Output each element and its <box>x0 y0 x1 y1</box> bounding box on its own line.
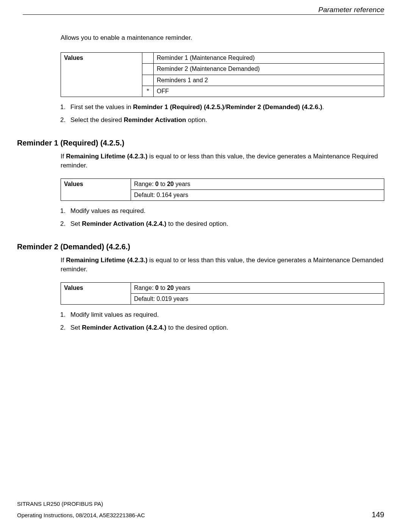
values-table-reminder1: Values Range: 0 to 20 years Default: 0.1… <box>61 178 384 201</box>
list-item: Select the desired Reminder Activation o… <box>67 116 384 125</box>
table-label: Values <box>61 52 142 97</box>
table-value: Range: 0 to 20 years <box>131 178 384 189</box>
table-value: Default: 0.164 years <box>131 189 384 200</box>
instruction-list-2: Modify values as required. Set Reminder … <box>67 207 384 228</box>
header-rule <box>23 14 384 15</box>
section-heading-reminder1: Reminder 1 (Required) (4.2.5.) <box>17 138 384 148</box>
section-heading-reminder2: Reminder 2 (Demanded) (4.2.6.) <box>17 241 384 252</box>
values-table-activation: Values Reminder 1 (Maintenance Required)… <box>61 52 384 97</box>
instruction-list-1: First set the values in Reminder 1 (Requ… <box>67 103 384 125</box>
instruction-list-3: Modify limit values as required. Set Rem… <box>67 310 384 332</box>
footer-product: SITRANS LR250 (PROFIBUS PA) <box>17 500 384 508</box>
page-number: 149 <box>372 509 384 520</box>
table-star <box>142 52 154 63</box>
page-footer: SITRANS LR250 (PROFIBUS PA) Operating In… <box>17 500 384 520</box>
intro-text: Allows you to enable a maintenance remin… <box>61 33 384 42</box>
table-value: OFF <box>154 86 384 97</box>
table-star: * <box>142 86 154 97</box>
list-item: Modify values as required. <box>67 207 384 216</box>
table-star <box>142 75 154 86</box>
list-item: First set the values in Reminder 1 (Requ… <box>67 103 384 112</box>
footer-docinfo: Operating Instructions, 08/2014, A5E3222… <box>17 511 145 519</box>
table-value: Range: 0 to 20 years <box>131 282 384 293</box>
table-label: Values <box>61 178 131 201</box>
list-item: Set Reminder Activation (4.2.4.) to the … <box>67 323 384 332</box>
page-content: Allows you to enable a maintenance remin… <box>17 33 384 341</box>
section-description: If Remaining Lifetime (4.2.3.) is equal … <box>61 152 384 170</box>
table-value: Reminder 1 (Maintenance Required) <box>154 52 384 63</box>
table-label: Values <box>61 282 131 305</box>
header-title: Parameter reference <box>318 5 384 15</box>
table-value: Default: 0.019 years <box>131 293 384 304</box>
table-star <box>142 64 154 75</box>
list-item: Set Reminder Activation (4.2.4.) to the … <box>67 219 384 228</box>
values-table-reminder2: Values Range: 0 to 20 years Default: 0.0… <box>61 282 384 305</box>
list-item: Modify limit values as required. <box>67 310 384 319</box>
section-description: If Remaining Lifetime (4.2.3.) is equal … <box>61 256 384 274</box>
table-value: Reminder 2 (Maintenance Demanded) <box>154 64 384 75</box>
table-value: Reminders 1 and 2 <box>154 75 384 86</box>
